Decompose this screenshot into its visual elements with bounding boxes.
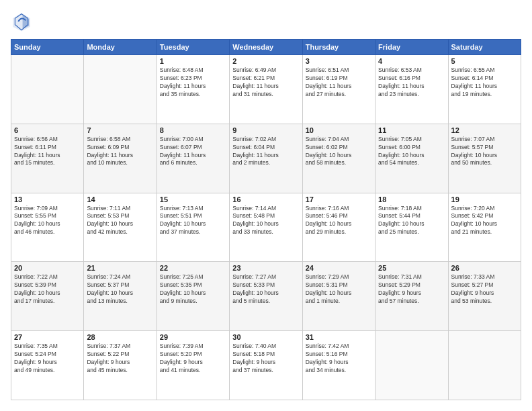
page: SundayMondayTuesdayWednesdayThursdayFrid… <box>0 0 532 411</box>
day-info: Sunrise: 7:00 AM Sunset: 6:07 PM Dayligh… <box>160 136 226 168</box>
day-number: 26 <box>451 264 518 272</box>
day-info: Sunrise: 6:49 AM Sunset: 6:21 PM Dayligh… <box>232 66 299 99</box>
day-header-friday: Friday <box>375 40 448 55</box>
day-number: 1 <box>160 57 226 65</box>
calendar-cell: 30Sunrise: 7:40 AM Sunset: 5:18 PM Dayli… <box>230 331 302 400</box>
day-number: 7 <box>87 126 153 134</box>
calendar-cell: 2Sunrise: 6:49 AM Sunset: 6:21 PM Daylig… <box>230 55 302 124</box>
day-number: 8 <box>160 126 226 134</box>
calendar-cell: 29Sunrise: 7:39 AM Sunset: 5:20 PM Dayli… <box>157 331 229 400</box>
day-info: Sunrise: 7:25 AM Sunset: 5:35 PM Dayligh… <box>160 273 226 306</box>
calendar-body: 1Sunrise: 6:48 AM Sunset: 6:23 PM Daylig… <box>11 55 521 400</box>
day-info: Sunrise: 7:20 AM Sunset: 5:42 PM Dayligh… <box>451 205 518 237</box>
day-info: Sunrise: 7:31 AM Sunset: 5:29 PM Dayligh… <box>378 273 445 306</box>
calendar-cell: 20Sunrise: 7:22 AM Sunset: 5:39 PM Dayli… <box>11 262 84 331</box>
day-number: 20 <box>14 264 81 272</box>
calendar-cell: 4Sunrise: 6:53 AM Sunset: 6:16 PM Daylig… <box>375 55 448 124</box>
day-number: 25 <box>378 264 445 272</box>
calendar-cell: 11Sunrise: 7:05 AM Sunset: 6:00 PM Dayli… <box>375 124 448 193</box>
day-number: 12 <box>451 126 518 134</box>
day-number: 9 <box>232 126 299 134</box>
day-header-saturday: Saturday <box>448 40 521 55</box>
calendar-cell <box>448 331 521 400</box>
day-info: Sunrise: 7:11 AM Sunset: 5:53 PM Dayligh… <box>87 205 153 237</box>
calendar-cell: 19Sunrise: 7:20 AM Sunset: 5:42 PM Dayli… <box>448 193 521 262</box>
calendar-cell: 24Sunrise: 7:29 AM Sunset: 5:31 PM Dayli… <box>302 262 375 331</box>
day-header-wednesday: Wednesday <box>230 40 302 55</box>
day-number: 29 <box>160 333 226 341</box>
day-header-monday: Monday <box>84 40 157 55</box>
calendar-cell <box>84 55 157 124</box>
logo-icon <box>11 11 32 32</box>
day-info: Sunrise: 7:02 AM Sunset: 6:04 PM Dayligh… <box>232 136 299 168</box>
day-number: 5 <box>451 57 518 65</box>
header <box>11 11 521 32</box>
day-info: Sunrise: 7:42 AM Sunset: 5:16 PM Dayligh… <box>306 342 372 375</box>
day-info: Sunrise: 6:56 AM Sunset: 6:11 PM Dayligh… <box>14 136 81 168</box>
day-number: 3 <box>306 57 372 65</box>
calendar-cell: 10Sunrise: 7:04 AM Sunset: 6:02 PM Dayli… <box>302 124 375 193</box>
calendar-cell: 9Sunrise: 7:02 AM Sunset: 6:04 PM Daylig… <box>230 124 302 193</box>
day-number: 31 <box>306 333 372 341</box>
day-info: Sunrise: 7:14 AM Sunset: 5:48 PM Dayligh… <box>232 205 299 237</box>
week-row-4: 20Sunrise: 7:22 AM Sunset: 5:39 PM Dayli… <box>11 262 521 331</box>
calendar-cell: 18Sunrise: 7:18 AM Sunset: 5:44 PM Dayli… <box>375 193 448 262</box>
day-info: Sunrise: 7:07 AM Sunset: 5:57 PM Dayligh… <box>451 136 518 168</box>
day-number: 19 <box>451 195 518 203</box>
day-info: Sunrise: 6:51 AM Sunset: 6:19 PM Dayligh… <box>306 66 372 99</box>
day-number: 14 <box>87 195 153 203</box>
day-info: Sunrise: 7:13 AM Sunset: 5:51 PM Dayligh… <box>160 205 226 237</box>
header-row: SundayMondayTuesdayWednesdayThursdayFrid… <box>11 40 521 55</box>
day-info: Sunrise: 7:33 AM Sunset: 5:27 PM Dayligh… <box>451 273 518 306</box>
day-info: Sunrise: 7:24 AM Sunset: 5:37 PM Dayligh… <box>87 273 153 306</box>
day-number: 10 <box>306 126 372 134</box>
calendar-cell: 26Sunrise: 7:33 AM Sunset: 5:27 PM Dayli… <box>448 262 521 331</box>
week-row-2: 6Sunrise: 6:56 AM Sunset: 6:11 PM Daylig… <box>11 124 521 193</box>
calendar-cell: 1Sunrise: 6:48 AM Sunset: 6:23 PM Daylig… <box>157 55 229 124</box>
day-header-sunday: Sunday <box>11 40 84 55</box>
calendar-cell: 6Sunrise: 6:56 AM Sunset: 6:11 PM Daylig… <box>11 124 84 193</box>
day-number: 4 <box>378 57 445 65</box>
day-number: 30 <box>232 333 299 341</box>
calendar-cell: 12Sunrise: 7:07 AM Sunset: 5:57 PM Dayli… <box>448 124 521 193</box>
day-number: 15 <box>160 195 226 203</box>
day-info: Sunrise: 6:53 AM Sunset: 6:16 PM Dayligh… <box>378 66 445 99</box>
calendar-cell: 31Sunrise: 7:42 AM Sunset: 5:16 PM Dayli… <box>302 331 375 400</box>
day-info: Sunrise: 7:09 AM Sunset: 5:55 PM Dayligh… <box>14 205 81 237</box>
day-info: Sunrise: 7:29 AM Sunset: 5:31 PM Dayligh… <box>306 273 372 306</box>
day-number: 21 <box>87 264 153 272</box>
calendar-cell: 13Sunrise: 7:09 AM Sunset: 5:55 PM Dayli… <box>11 193 84 262</box>
calendar-cell: 17Sunrise: 7:16 AM Sunset: 5:46 PM Dayli… <box>302 193 375 262</box>
calendar-table: SundayMondayTuesdayWednesdayThursdayFrid… <box>11 39 521 400</box>
week-row-1: 1Sunrise: 6:48 AM Sunset: 6:23 PM Daylig… <box>11 55 521 124</box>
day-info: Sunrise: 7:40 AM Sunset: 5:18 PM Dayligh… <box>232 342 299 375</box>
day-info: Sunrise: 7:05 AM Sunset: 6:00 PM Dayligh… <box>378 136 445 168</box>
day-info: Sunrise: 6:48 AM Sunset: 6:23 PM Dayligh… <box>160 66 226 99</box>
day-number: 22 <box>160 264 226 272</box>
logo <box>11 11 35 32</box>
calendar-cell: 23Sunrise: 7:27 AM Sunset: 5:33 PM Dayli… <box>230 262 302 331</box>
day-number: 23 <box>232 264 299 272</box>
week-row-5: 27Sunrise: 7:35 AM Sunset: 5:24 PM Dayli… <box>11 331 521 400</box>
calendar-header: SundayMondayTuesdayWednesdayThursdayFrid… <box>11 40 521 55</box>
day-number: 13 <box>14 195 81 203</box>
calendar-cell: 16Sunrise: 7:14 AM Sunset: 5:48 PM Dayli… <box>230 193 302 262</box>
day-number: 11 <box>378 126 445 134</box>
day-header-tuesday: Tuesday <box>157 40 229 55</box>
day-number: 27 <box>14 333 81 341</box>
calendar-cell: 15Sunrise: 7:13 AM Sunset: 5:51 PM Dayli… <box>157 193 229 262</box>
day-info: Sunrise: 7:22 AM Sunset: 5:39 PM Dayligh… <box>14 273 81 306</box>
day-header-thursday: Thursday <box>302 40 375 55</box>
calendar-cell: 28Sunrise: 7:37 AM Sunset: 5:22 PM Dayli… <box>84 331 157 400</box>
day-number: 17 <box>306 195 372 203</box>
day-number: 28 <box>87 333 153 341</box>
day-number: 16 <box>232 195 299 203</box>
calendar-cell: 27Sunrise: 7:35 AM Sunset: 5:24 PM Dayli… <box>11 331 84 400</box>
calendar-cell: 5Sunrise: 6:55 AM Sunset: 6:14 PM Daylig… <box>448 55 521 124</box>
calendar-cell: 8Sunrise: 7:00 AM Sunset: 6:07 PM Daylig… <box>157 124 229 193</box>
day-info: Sunrise: 6:58 AM Sunset: 6:09 PM Dayligh… <box>87 136 153 168</box>
calendar-cell: 7Sunrise: 6:58 AM Sunset: 6:09 PM Daylig… <box>84 124 157 193</box>
day-number: 2 <box>232 57 299 65</box>
day-info: Sunrise: 7:18 AM Sunset: 5:44 PM Dayligh… <box>378 205 445 237</box>
day-info: Sunrise: 7:39 AM Sunset: 5:20 PM Dayligh… <box>160 342 226 375</box>
